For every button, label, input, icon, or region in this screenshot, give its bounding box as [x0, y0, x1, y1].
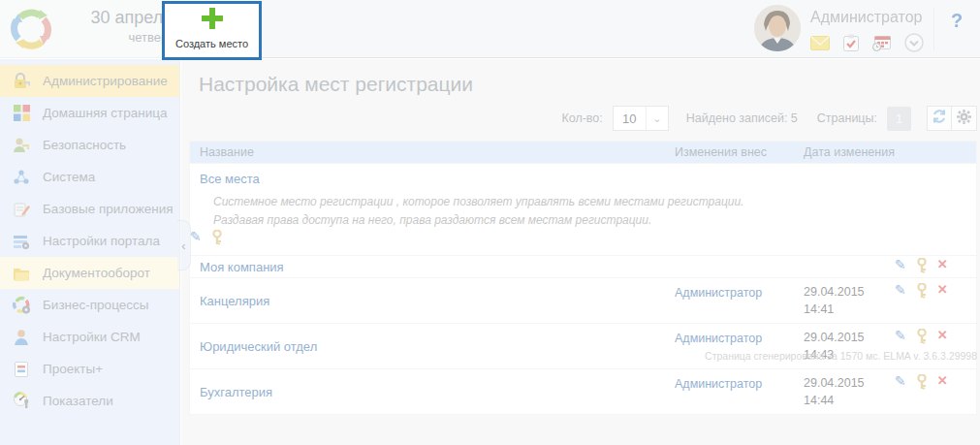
sidebar-item-projects[interactable]: Проекты+: [0, 353, 179, 385]
delete-icon[interactable]: ✕: [937, 283, 948, 318]
refresh-icon: [932, 109, 947, 128]
edit-icon[interactable]: ✎: [190, 230, 202, 247]
header-divider: [933, 8, 934, 50]
date-weekday: четверг: [58, 30, 173, 45]
table-header-row: Название Изменения внес Дата изменения: [190, 142, 976, 163]
sidebar-item-docflow[interactable]: Документооборот: [0, 257, 179, 289]
help-icon[interactable]: ?: [951, 10, 963, 32]
create-place-label: Создать место: [175, 38, 248, 49]
user-panel: Администратор: [746, 0, 935, 58]
chevron-down-icon: ⌄: [647, 107, 668, 130]
column-header-modified-by[interactable]: Изменения внес: [675, 145, 804, 159]
mail-icon[interactable]: [810, 36, 830, 54]
sidebar-item-home[interactable]: Домашняя страница: [0, 97, 179, 129]
edit-icon[interactable]: ✎: [895, 374, 906, 409]
user-name[interactable]: Администратор: [810, 9, 922, 26]
elma-logo-icon[interactable]: [8, 6, 54, 56]
chevron-left-icon: ‹: [181, 238, 185, 253]
modified-by-link[interactable]: Администратор: [675, 332, 762, 345]
table-row: Бухгалтерия Администратор 29.04.2015 14:…: [190, 368, 976, 414]
modified-time: 14:44: [804, 392, 895, 409]
count-value: 10: [614, 107, 647, 130]
edit-icon[interactable]: ✎: [895, 258, 906, 275]
sidebar-item-label: Показатели: [43, 394, 113, 408]
date-day: 30 апреля: [58, 8, 173, 28]
security-user-key-icon: [12, 136, 31, 155]
admin-lock-icon: [12, 72, 31, 91]
portal-settings-icon: [12, 232, 31, 251]
sidebar-item-label: Документооборот: [43, 266, 150, 280]
table-row: Моя компания ✎ ✕: [190, 255, 976, 277]
calendar-icon[interactable]: [872, 34, 891, 55]
sidebar-item-business-processes[interactable]: Бизнес-процессы: [0, 289, 179, 321]
count-label: Кол-во:: [561, 111, 602, 125]
count-select[interactable]: 10 ⌄: [613, 106, 669, 131]
settings-button[interactable]: [952, 106, 977, 131]
modified-date: 29.04.2015: [804, 329, 895, 346]
edit-icon[interactable]: ✎: [895, 283, 906, 318]
sidebar-item-label: Система: [43, 170, 95, 184]
page-generated-note: Страница сгенерирована за 1570 мс. ELMA …: [189, 350, 977, 362]
modified-date: 29.04.2015: [804, 283, 895, 301]
sidebar-item-portal-settings[interactable]: Настройки портала: [0, 225, 179, 257]
key-permissions-icon[interactable]: [916, 374, 928, 409]
elma-admin-window: 30 апреля четверг Администратор: [0, 0, 980, 445]
key-permissions-icon[interactable]: [211, 230, 223, 247]
sidebar-item-label: Проекты+: [43, 362, 103, 376]
gear-icon: [957, 110, 971, 128]
delete-icon[interactable]: ✕: [937, 258, 948, 275]
sidebar-collapse-handle[interactable]: ‹: [177, 220, 191, 270]
table-row: Все места Системное место регистрации , …: [190, 163, 976, 255]
place-link[interactable]: Все места: [200, 172, 260, 186]
docflow-folder-icon: [12, 264, 31, 283]
projects-doc-icon: [12, 360, 31, 379]
sidebar-item-administration[interactable]: Администрирование: [0, 65, 179, 97]
sidebar-item-security[interactable]: Безопасность: [0, 129, 179, 161]
sidebar-item-label: Безопасность: [43, 138, 126, 152]
plus-icon: [201, 7, 224, 34]
sidebar-item-indicators[interactable]: Показатели: [0, 385, 179, 417]
modified-time: 14:41: [804, 301, 895, 318]
sidebar-item-label: Домашняя страница: [43, 106, 167, 120]
create-place-button[interactable]: Создать место: [162, 1, 262, 60]
top-toolbar: 30 апреля четверг Администратор: [0, 0, 980, 58]
column-header-name[interactable]: Название: [190, 145, 675, 159]
sidebar: Администрирование Домашняя страница: [0, 59, 180, 445]
modified-by-link[interactable]: Администратор: [675, 377, 762, 391]
sidebar-item-label: Настройки CRM: [43, 330, 141, 344]
system-network-icon: [12, 168, 31, 187]
modified-date: 29.04.2015: [804, 374, 895, 392]
bpm-process-icon: [12, 296, 31, 315]
home-grid-icon: [12, 104, 31, 123]
sidebar-item-system[interactable]: Система: [0, 161, 179, 193]
place-link[interactable]: Моя компания: [200, 260, 284, 274]
tasks-icon[interactable]: [843, 34, 859, 55]
list-controls: Кол-во: 10 ⌄ Найдено записей: 5 Страницы…: [181, 105, 977, 132]
sidebar-item-label: Администрирование: [43, 74, 168, 88]
delete-icon[interactable]: ✕: [937, 374, 948, 409]
found-records: Найдено записей: 5: [686, 111, 798, 125]
chevron-down-icon[interactable]: [904, 33, 924, 56]
place-link[interactable]: Канцелярия: [200, 294, 269, 308]
kpi-gauge-icon: [12, 392, 31, 411]
key-permissions-icon[interactable]: [916, 258, 928, 275]
sidebar-item-label: Базовые приложения: [43, 202, 174, 216]
page-title: Настройка мест регистрации: [199, 73, 473, 96]
place-link[interactable]: Бухгалтерия: [200, 385, 272, 399]
pages-label: Страницы:: [817, 111, 877, 125]
registration-places-table: Название Изменения внес Дата изменения В…: [189, 141, 977, 415]
current-date: 30 апреля четверг: [58, 8, 173, 45]
avatar[interactable]: [754, 5, 801, 51]
sidebar-item-label: Бизнес-процессы: [43, 298, 148, 312]
column-header-date[interactable]: Дата изменения: [804, 145, 895, 159]
key-permissions-icon[interactable]: [916, 283, 928, 318]
base-apps-icon: [12, 200, 31, 219]
sidebar-item-base-apps[interactable]: Базовые приложения: [0, 193, 179, 225]
main-content: Настройка мест регистрации Кол-во: 10 ⌄ …: [181, 59, 980, 445]
crm-user-icon: [12, 328, 31, 347]
page-button[interactable]: 1: [887, 107, 911, 131]
sidebar-item-crm-settings[interactable]: Настройки CRM: [0, 321, 179, 353]
modified-by-link[interactable]: Администратор: [675, 286, 762, 300]
place-description: Системное место регистрации , которое по…: [200, 193, 747, 230]
refresh-button[interactable]: [927, 106, 952, 131]
